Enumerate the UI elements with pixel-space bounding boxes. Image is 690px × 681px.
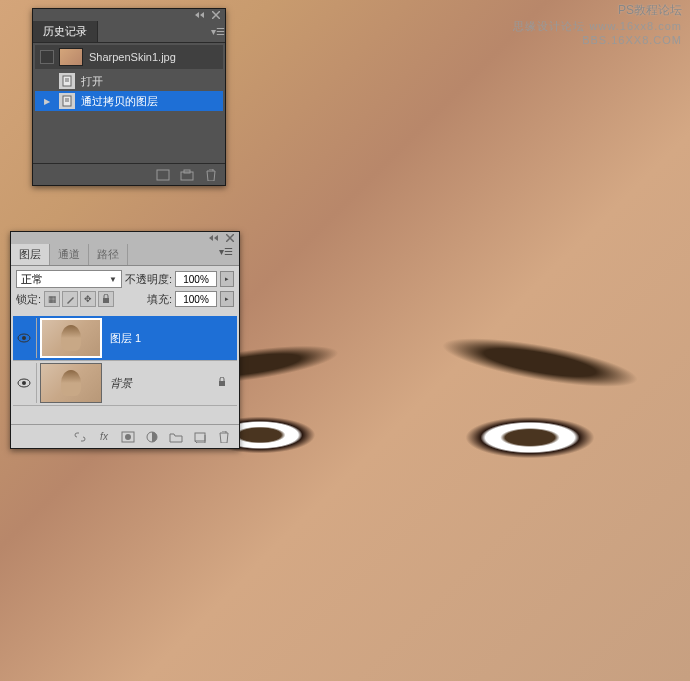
opacity-input[interactable]: 100% [175,271,217,287]
open-icon [59,73,75,89]
lock-label: 锁定: [16,292,41,307]
paths-tab[interactable]: 路径 [89,244,128,265]
history-item-copy-layer[interactable]: ▶ 通过拷贝的图层 [35,91,223,111]
panel-menu-icon[interactable]: ▾☰ [213,244,239,265]
history-item-open[interactable]: 打开 [35,71,223,91]
history-marker-current: ▶ [40,94,54,108]
collapse-icon[interactable] [194,11,206,19]
layer-mask-icon[interactable] [119,429,137,445]
layer-fx-icon[interactable]: fx [95,429,113,445]
collapse-icon[interactable] [208,234,220,242]
history-document-header[interactable]: SharpenSkin1.jpg [35,45,223,69]
adjustment-layer-icon[interactable] [143,429,161,445]
layer-name[interactable]: 背景 [110,376,132,391]
blend-mode-dropdown[interactable]: 正常 ▼ [16,270,122,288]
close-icon[interactable] [210,11,222,19]
chevron-down-icon: ▼ [109,275,117,284]
watermark: PS教程论坛 思缘设计论坛 www.16xx8.com BBS.16XX8.CO… [513,2,682,46]
layers-tab[interactable]: 图层 [11,244,50,265]
link-layers-icon[interactable] [71,429,89,445]
visibility-toggle[interactable] [15,329,33,347]
snapshot-icon[interactable] [179,168,195,182]
history-tab[interactable]: 历史记录 [33,21,98,42]
panel-topbar [33,9,225,21]
svg-point-16 [125,434,131,440]
opacity-label: 不透明度: [125,272,172,287]
history-panel: 历史记录 ▾☰ SharpenSkin1.jpg 打开 ▶ 通过拷贝的图层 [32,8,226,186]
svg-rect-6 [157,170,169,180]
group-icon[interactable] [167,429,185,445]
lock-pixels-icon[interactable] [62,291,78,307]
opacity-slider-icon[interactable]: ▸ [220,271,234,287]
fill-label: 填充: [147,292,172,307]
layer-row-1[interactable]: 图层 1 [13,316,237,361]
close-icon[interactable] [224,234,236,242]
channels-tab[interactable]: 通道 [50,244,89,265]
history-marker [40,74,54,88]
snapshot-checkbox[interactable] [40,50,54,64]
lock-position-icon[interactable]: ✥ [80,291,96,307]
trash-icon[interactable] [215,429,233,445]
layer-thumbnail[interactable] [40,363,102,403]
svg-point-11 [22,336,26,340]
svg-rect-9 [103,298,109,303]
lock-all-icon[interactable] [98,291,114,307]
panel-menu-icon[interactable]: ▾☰ [211,21,225,42]
history-item-label: 打开 [81,74,103,89]
history-item-label: 通过拷贝的图层 [81,94,158,109]
layer-name[interactable]: 图层 1 [110,331,141,346]
trash-icon[interactable] [203,168,219,182]
panel-topbar [11,232,239,244]
svg-rect-18 [195,433,205,441]
svg-rect-14 [219,381,225,386]
layer-thumbnail[interactable] [40,318,102,358]
fill-slider-icon[interactable]: ▸ [220,291,234,307]
layer-copy-icon [59,93,75,109]
lock-icon [217,377,227,389]
document-thumbnail [59,48,83,66]
svg-point-13 [22,381,26,385]
layers-panel: 图层 通道 路径 ▾☰ 正常 ▼ 不透明度: 100% ▸ 锁定: ▦ ✥ [10,231,240,449]
create-document-icon[interactable] [155,168,171,182]
layer-row-background[interactable]: 背景 [13,361,237,406]
new-layer-icon[interactable] [191,429,209,445]
fill-input[interactable]: 100% [175,291,217,307]
document-filename: SharpenSkin1.jpg [89,51,176,63]
visibility-toggle[interactable] [15,374,33,392]
lock-transparent-icon[interactable]: ▦ [44,291,60,307]
